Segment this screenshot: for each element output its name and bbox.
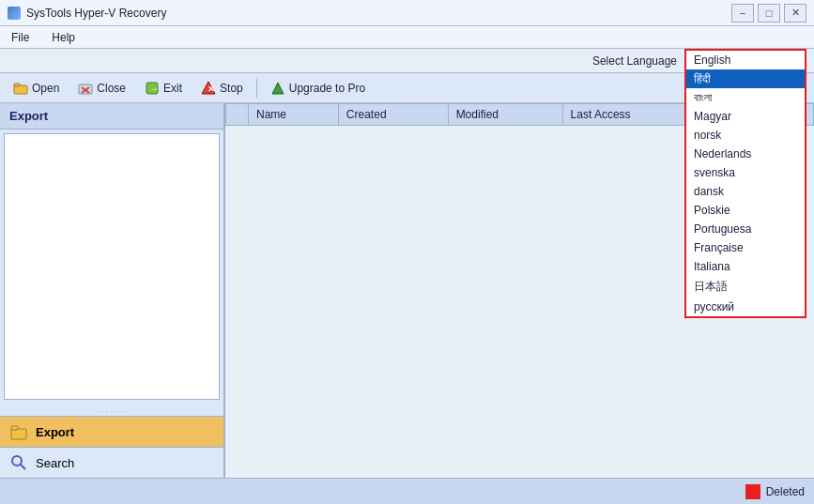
lang-option-italiana[interactable]: Italiana — [686, 257, 805, 276]
stop-button[interactable]: ✕ Stop — [193, 78, 251, 99]
deleted-label: Deleted — [766, 485, 805, 498]
col-created: Created — [338, 104, 448, 126]
lang-option-hindi[interactable]: हिंदी — [686, 69, 805, 88]
svg-text:✕: ✕ — [207, 84, 215, 94]
status-bar: Deleted — [0, 478, 814, 504]
svg-rect-10 — [11, 429, 26, 439]
language-label: Select Language — [592, 54, 677, 68]
lang-option-dansk[interactable]: dansk — [686, 182, 805, 201]
close-folder-icon — [78, 81, 93, 96]
nav-search[interactable]: Search — [0, 447, 223, 478]
menu-bar: File Help — [0, 26, 814, 49]
left-panel-header: Export — [0, 103, 223, 130]
lang-option-netherlands[interactable]: Nederlands — [686, 145, 805, 163]
svg-line-13 — [21, 465, 25, 469]
lang-option-russian[interactable]: русский — [686, 298, 805, 316]
export-nav-label: Export — [36, 425, 74, 439]
app-title: SysTools Hyper-V Recovery — [26, 7, 166, 20]
close-button-toolbar[interactable]: Close — [70, 78, 133, 99]
col-modified: Modified — [448, 104, 562, 126]
lang-option-japanese[interactable]: 日本語 — [686, 276, 805, 298]
svg-rect-1 — [14, 84, 20, 86]
lang-option-bengali[interactable]: বাংলা — [686, 88, 805, 107]
toolbar-separator — [256, 79, 257, 98]
nav-export[interactable]: Export — [0, 416, 223, 447]
minimize-button[interactable]: − — [731, 4, 754, 23]
lang-option-svenska[interactable]: svenska — [686, 163, 805, 182]
lang-option-magyar[interactable]: Magyar — [686, 107, 805, 126]
exit-icon: → — [145, 81, 160, 96]
search-nav-icon — [9, 453, 28, 472]
col-name: Name — [249, 104, 339, 126]
upgrade-icon — [270, 81, 285, 96]
lang-option-norsk[interactable]: norsk — [686, 126, 805, 145]
svg-rect-11 — [11, 426, 18, 430]
close-button[interactable]: ✕ — [784, 4, 806, 23]
open-button[interactable]: Open — [6, 78, 67, 99]
search-nav-label: Search — [36, 456, 74, 470]
svg-text:→: → — [149, 84, 159, 94]
lang-option-francaise[interactable]: Française — [686, 238, 805, 257]
scroll-indicator: ....... — [0, 404, 223, 416]
left-panel-footer: Export Search — [0, 416, 223, 478]
stop-icon: ✕ — [201, 81, 216, 96]
left-panel-body — [4, 133, 220, 400]
title-bar-left: SysTools Hyper-V Recovery — [8, 7, 166, 20]
menu-help[interactable]: Help — [46, 29, 81, 46]
upgrade-button[interactable]: Upgrade to Pro — [263, 78, 373, 99]
menu-file[interactable]: File — [6, 29, 35, 46]
svg-marker-9 — [272, 83, 284, 94]
open-icon — [13, 81, 28, 96]
language-dropdown: English हिंदी বাংলা Magyar norsk Nederla… — [684, 49, 806, 318]
export-nav-icon — [9, 422, 28, 441]
lang-option-polskie[interactable]: Polskie — [686, 201, 805, 220]
lang-option-english[interactable]: English — [686, 51, 805, 69]
maximize-button[interactable]: □ — [758, 4, 780, 23]
svg-point-12 — [12, 456, 22, 466]
deleted-color-indicator — [745, 484, 760, 499]
col-checkbox — [226, 104, 249, 126]
app-icon — [8, 7, 21, 20]
window-controls: − □ ✕ — [731, 4, 806, 23]
title-bar: SysTools Hyper-V Recovery − □ ✕ — [0, 0, 814, 26]
exit-button[interactable]: → Exit — [137, 78, 190, 99]
lang-option-portuguesa[interactable]: Portuguesa — [686, 220, 805, 238]
left-panel: Export ....... Export — [0, 103, 225, 478]
